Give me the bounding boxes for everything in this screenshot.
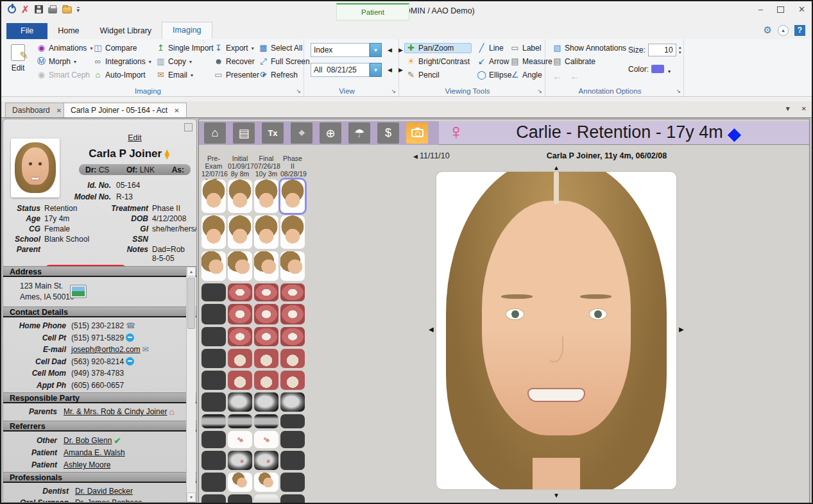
scroll-down-icon[interactable]: ▼: [187, 492, 196, 502]
spin-down-icon[interactable]: ▼: [678, 51, 682, 55]
find-module-button[interactable]: ⌖: [291, 122, 312, 144]
patient-panel-scrollbar[interactable]: ▲ ▼: [186, 267, 196, 502]
image-thumbnail[interactable]: [280, 349, 305, 368]
tab-home[interactable]: Home: [47, 23, 89, 39]
single-import-button[interactable]: ↥Single Import: [154, 43, 216, 53]
close-all-tabs-icon[interactable]: ✕: [801, 105, 807, 112]
dialog-launcher-icon[interactable]: ↘: [391, 88, 396, 94]
image-thumbnail[interactable]: [254, 473, 278, 492]
maximize-button[interactable]: [777, 6, 784, 13]
referrer-link[interactable]: Amanda E. Walsh: [64, 447, 125, 459]
image-thumbnail[interactable]: [228, 251, 252, 281]
image-thumbnail[interactable]: [280, 371, 305, 390]
image-thumbnail[interactable]: [254, 251, 278, 281]
bright-contrast-button[interactable]: ☀Bright/Contrast: [404, 56, 472, 67]
tab-dashboard[interactable]: Dashboard ✕: [5, 103, 69, 117]
calibrate-button[interactable]: ▤Calibrate: [551, 56, 628, 67]
dialog-launcher-icon[interactable]: ↘: [296, 88, 301, 94]
image-thumbnail[interactable]: [254, 451, 278, 470]
envelope-icon[interactable]: ✉: [142, 344, 149, 356]
forms-module-button[interactable]: ▤: [233, 122, 255, 144]
dialog-launcher-icon[interactable]: ↘: [676, 88, 681, 94]
image-thumbnail[interactable]: [254, 392, 278, 412]
tab-patient[interactable]: Carla P Joiner - 05-164 - Act ✕: [64, 103, 187, 117]
contextual-tab-patient[interactable]: Patient: [336, 3, 409, 21]
image-thumbnail[interactable]: [228, 349, 252, 368]
image-thumbnail[interactable]: [254, 494, 278, 504]
size-spinner[interactable]: 10 ▲▼: [648, 44, 682, 56]
show-annotations-button[interactable]: ▧Show Annotations: [551, 43, 628, 53]
responsible-party-link[interactable]: Mr. & Mrs. Rob & Cindy Joiner: [64, 406, 167, 418]
prev-timepoint-icon[interactable]: ◀: [388, 67, 392, 73]
help-button[interactable]: ?: [794, 25, 805, 36]
image-thumbnail[interactable]: [254, 215, 278, 249]
gear-icon[interactable]: ⚙: [764, 24, 772, 36]
image-thumbnail[interactable]: [201, 251, 226, 281]
integrations-button[interactable]: ∞Integrations▾: [91, 56, 153, 67]
morph-button[interactable]: ⓂMorph▾: [35, 56, 94, 67]
scroll-up-icon[interactable]: ▲: [187, 267, 196, 276]
nav-right-icon[interactable]: ▶: [679, 326, 684, 333]
select-all-button[interactable]: ▦Select All: [257, 43, 312, 53]
image-thumbnail[interactable]: [228, 371, 252, 390]
treatment-module-button[interactable]: Tx: [262, 122, 284, 144]
image-thumbnail[interactable]: [254, 327, 278, 346]
image-thumbnail[interactable]: [228, 180, 252, 213]
timepoint-value[interactable]: All 08/21/25: [311, 63, 370, 77]
scrollbar-thumb[interactable]: [187, 278, 195, 329]
image-thumbnail[interactable]: [201, 180, 226, 213]
compare-button[interactable]: ◫Compare: [91, 43, 153, 53]
image-thumbnail[interactable]: [254, 283, 278, 301]
close-tab-icon[interactable]: ✕: [174, 107, 179, 114]
image-thumbnail[interactable]: [280, 180, 305, 213]
view-mode-value[interactable]: Index: [311, 43, 370, 57]
map-image-button[interactable]: [70, 285, 87, 298]
image-thumbnail[interactable]: [228, 283, 252, 301]
collapse-ribbon-button[interactable]: ▴: [778, 25, 789, 36]
size-value[interactable]: 10: [648, 44, 676, 56]
image-thumbnail[interactable]: [254, 431, 278, 448]
referrer-link[interactable]: Dr. Bob Glenn: [64, 435, 112, 447]
image-thumbnail[interactable]: [254, 349, 278, 368]
combo-dropdown-button[interactable]: ▼: [370, 43, 382, 57]
copy-button[interactable]: ▥Copy▾: [154, 56, 216, 67]
tab-widget-library[interactable]: Widget Library: [90, 23, 162, 39]
image-thumbnail[interactable]: [280, 392, 305, 412]
email-link[interactable]: joseph@ortho2.com: [71, 344, 141, 356]
tab-file[interactable]: File: [6, 23, 47, 39]
color-dropdown-icon[interactable]: ▾: [668, 69, 671, 74]
close-button[interactable]: ✕: [798, 5, 805, 13]
spin-up-icon[interactable]: ▲: [678, 46, 682, 49]
sms-icon[interactable]: [126, 333, 134, 342]
edit-patient-link[interactable]: Edit: [80, 133, 189, 142]
image-thumbnail[interactable]: [228, 215, 252, 249]
nav-left-icon[interactable]: ◀: [429, 326, 434, 333]
prev-view-icon[interactable]: ◀: [388, 47, 392, 53]
professional-link[interactable]: Dr. James Bonbace: [75, 497, 142, 503]
home-module-button[interactable]: ⌂: [204, 122, 226, 144]
nav-down-icon[interactable]: ▼: [553, 492, 560, 499]
tag-icon[interactable]: ⧫: [165, 149, 169, 159]
auto-import-button[interactable]: ⌂Auto-Import: [91, 70, 153, 80]
image-thumbnail[interactable]: [228, 327, 252, 346]
close-tab-icon[interactable]: ✕: [56, 107, 62, 114]
image-thumbnail[interactable]: [280, 215, 305, 249]
nav-up-icon[interactable]: ▲: [553, 164, 560, 171]
image-thumbnail[interactable]: [280, 283, 305, 301]
image-thumbnail[interactable]: [254, 180, 278, 213]
image-thumbnail[interactable]: [280, 304, 305, 324]
main-image[interactable]: [436, 172, 676, 489]
finance-module-button[interactable]: $: [377, 122, 399, 144]
image-thumbnail[interactable]: [228, 473, 252, 492]
image-thumbnail[interactable]: [201, 215, 226, 249]
email-button[interactable]: ✉Email▾: [154, 70, 216, 80]
tab-list-icon[interactable]: ▼: [785, 105, 791, 112]
image-thumbnail[interactable]: [228, 451, 252, 470]
professional-link[interactable]: Dr. David Becker: [75, 485, 133, 497]
image-thumbnail[interactable]: [254, 371, 278, 390]
image-thumbnail[interactable]: [280, 251, 305, 281]
image-thumbnail[interactable]: [228, 304, 252, 324]
image-thumbnail[interactable]: [254, 304, 278, 324]
image-thumbnail[interactable]: [254, 414, 278, 428]
color-swatch[interactable]: [651, 65, 664, 73]
